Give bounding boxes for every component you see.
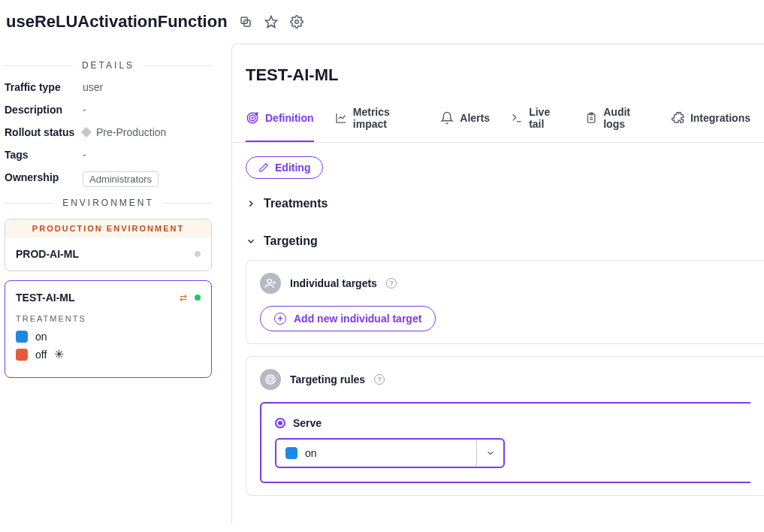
svg-point-6: [252, 117, 253, 119]
detail-value: Administrators: [83, 171, 159, 187]
chevron-right-icon: [246, 198, 256, 209]
tab-metrics[interactable]: Metrics impact: [335, 106, 420, 142]
bell-icon: [440, 111, 454, 125]
page-header: useReLUActivationFunction: [0, 0, 764, 44]
environment-divider: ENVIRONMENT: [5, 198, 212, 208]
details-divider: DETAILS: [5, 60, 212, 71]
bullseye-icon: [260, 369, 281, 390]
tab-label: Metrics impact: [353, 106, 420, 130]
detail-label: Tags: [5, 149, 83, 161]
individual-targets-title: Individual targets: [290, 277, 377, 289]
detail-label: Ownership: [5, 171, 83, 187]
help-icon[interactable]: ?: [374, 374, 385, 385]
tab-livetail[interactable]: Live tail: [511, 106, 564, 142]
tab-label: Alerts: [460, 112, 490, 124]
tab-label: Definition: [265, 112, 314, 124]
rollout-text: Pre-Production: [96, 126, 166, 138]
add-individual-target-button[interactable]: + Add new individual target: [260, 306, 436, 331]
svg-point-12: [270, 379, 270, 379]
svg-point-3: [294, 20, 298, 24]
individual-targets-panel: Individual targets ? + Add new individua…: [246, 260, 764, 344]
targeting-rules-panel: Targeting rules ? Serve on: [246, 356, 764, 496]
detail-value: -: [83, 104, 86, 116]
environment-heading: ENVIRONMENT: [53, 198, 163, 208]
treatment-label: off: [35, 349, 47, 361]
diamond-icon: [81, 127, 92, 138]
add-button-label: Add new individual target: [294, 313, 421, 325]
tab-label: Live tail: [529, 106, 564, 130]
environment-card-prod[interactable]: PRODUCTION ENVIRONMENT PROD-AI-ML: [5, 219, 212, 271]
serve-swatch: [285, 447, 297, 459]
serve-value: on: [305, 447, 317, 459]
detail-label: Rollout status: [5, 126, 83, 138]
default-asterisk-icon: ✳: [54, 349, 64, 361]
copy-icon[interactable]: [238, 14, 253, 29]
treatment-swatch: [16, 349, 28, 361]
status-dot-inactive: [195, 251, 201, 257]
chevron-down-icon: [476, 440, 503, 467]
editing-badge[interactable]: Editing: [246, 156, 323, 179]
main-content: TEST-AI-ML Definition Metrics impact Ale…: [218, 44, 764, 524]
flag-title: useReLUActivationFunction: [6, 12, 228, 32]
swap-icon: ⇄: [180, 292, 187, 303]
environment-title: TEST-AI-ML: [232, 65, 764, 85]
tab-definition[interactable]: Definition: [246, 106, 314, 142]
chevron-down-icon: [246, 236, 256, 246]
tabs: Definition Metrics impact Alerts Live ta…: [232, 106, 764, 143]
serve-radio[interactable]: [275, 418, 285, 428]
svg-point-9: [267, 280, 271, 283]
target-icon: [246, 111, 259, 125]
detail-value: -: [83, 149, 86, 161]
detail-value: Pre-Production: [83, 126, 166, 138]
ownership-badge[interactable]: Administrators: [83, 171, 159, 187]
pencil-icon: [258, 162, 269, 173]
star-icon[interactable]: [264, 14, 279, 29]
targeting-rules-title: Targeting rules: [290, 373, 365, 385]
detail-tags: Tags -: [5, 149, 212, 161]
sidebar: DETAILS Traffic type user Description - …: [0, 44, 218, 524]
status-dot-active: [195, 295, 201, 301]
treatment-label: on: [35, 331, 47, 343]
section-label: Targeting: [264, 234, 318, 248]
detail-traffic-type: Traffic type user: [5, 81, 212, 93]
terminal-icon: [511, 111, 523, 125]
detail-value: user: [83, 81, 103, 93]
tab-label: Integrations: [690, 112, 750, 124]
treatment-off: off ✳: [16, 349, 201, 361]
tab-alerts[interactable]: Alerts: [440, 106, 490, 142]
section-targeting[interactable]: Targeting: [232, 222, 764, 260]
detail-label: Traffic type: [5, 81, 83, 93]
help-icon[interactable]: ?: [386, 278, 397, 289]
details-heading: DETAILS: [73, 60, 143, 71]
environment-card-test[interactable]: TEST-AI-ML ⇄ TREATMENTS on off ✳: [5, 280, 212, 378]
treatment-on: on: [16, 331, 201, 343]
detail-rollout: Rollout status Pre-Production: [5, 126, 212, 138]
serve-select[interactable]: on: [275, 438, 505, 468]
svg-marker-2: [265, 17, 276, 28]
treatment-swatch: [16, 331, 28, 343]
gear-icon[interactable]: [289, 14, 304, 29]
tab-audit[interactable]: Audit logs: [585, 106, 650, 142]
section-label: Treatments: [264, 197, 328, 210]
plus-icon: +: [274, 313, 286, 325]
tab-label: Audit logs: [603, 106, 650, 130]
detail-description: Description -: [5, 104, 212, 116]
puzzle-icon: [671, 111, 684, 125]
user-add-icon: [260, 273, 281, 294]
serve-rule-box: Serve on: [260, 402, 750, 483]
chart-icon: [335, 111, 347, 125]
detail-ownership: Ownership Administrators: [5, 171, 212, 187]
clipboard-icon: [585, 111, 597, 125]
serve-label: Serve: [293, 417, 322, 429]
section-treatments[interactable]: Treatments: [232, 185, 764, 222]
detail-label: Description: [5, 104, 83, 116]
editing-label: Editing: [275, 162, 310, 174]
treatments-subheading: TREATMENTS: [16, 314, 201, 323]
production-banner: PRODUCTION ENVIRONMENT: [5, 219, 211, 237]
environment-name: PROD-AI-ML: [16, 248, 79, 260]
tab-integrations[interactable]: Integrations: [671, 106, 750, 142]
environment-name: TEST-AI-ML: [16, 292, 75, 304]
